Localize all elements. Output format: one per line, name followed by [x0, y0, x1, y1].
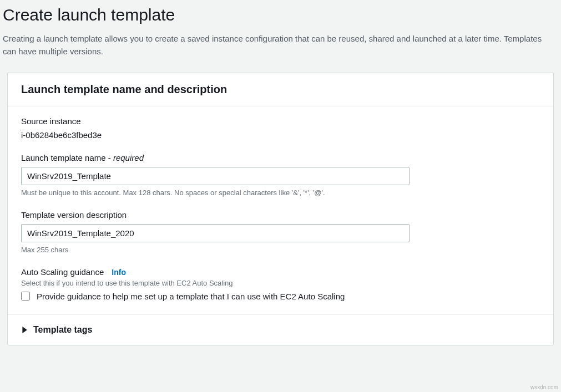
field-version-description: Template version description Max 255 cha…: [21, 210, 540, 254]
asg-label: Auto Scaling guidance: [21, 267, 104, 277]
field-auto-scaling-guidance: Auto Scaling guidance Info Select this i…: [21, 267, 540, 301]
field-source-instance: Source instance i-0b6284be6c3fbed3e: [21, 116, 540, 140]
page-description: Creating a launch template allows you to…: [3, 32, 558, 58]
panel-launch-template-name: Launch template name and description Sou…: [7, 73, 554, 345]
panel-title: Launch template name and description: [21, 83, 540, 96]
asg-checkbox-label[interactable]: Provide guidance to help me set up a tem…: [37, 292, 345, 301]
svg-marker-0: [22, 327, 27, 333]
source-instance-label: Source instance: [21, 116, 540, 126]
panel-header: Launch template name and description: [8, 73, 553, 106]
caret-right-icon: [21, 327, 28, 333]
template-tags-expander[interactable]: Template tags: [8, 314, 553, 345]
template-tags-title: Template tags: [33, 325, 92, 335]
version-description-input[interactable]: [21, 224, 410, 242]
template-name-hint: Must be unique to this account. Max 128 …: [21, 189, 540, 197]
version-description-label: Template version description: [21, 210, 540, 220]
template-name-label: Launch template name - required: [21, 153, 540, 162]
version-description-hint: Max 255 chars: [21, 246, 540, 254]
source-instance-value: i-0b6284be6c3fbed3e: [21, 130, 540, 140]
asg-info-link[interactable]: Info: [112, 268, 126, 277]
template-name-input[interactable]: [21, 167, 410, 185]
asg-checkbox[interactable]: [21, 292, 30, 301]
field-template-name: Launch template name - required Must be …: [21, 153, 540, 197]
asg-hint: Select this if you intend to use this te…: [21, 279, 540, 287]
page-title: Create launch template: [3, 6, 558, 24]
